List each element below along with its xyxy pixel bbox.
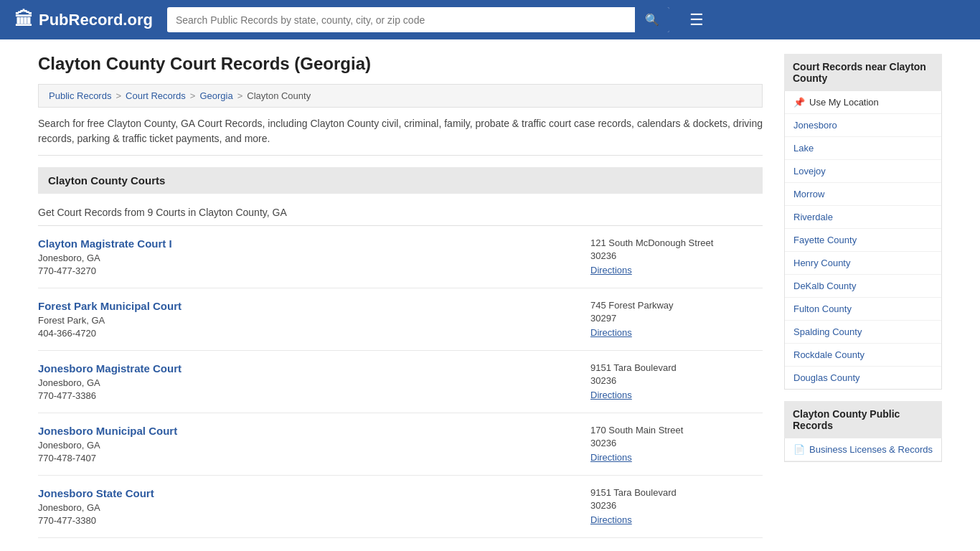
court-info: Jonesboro Magistrate Court Jonesboro, GA… — [38, 362, 576, 401]
search-icon: 🔍 — [645, 14, 659, 26]
court-street: 745 Forest Parkway — [590, 300, 763, 311]
hamburger-icon: ☰ — [689, 11, 704, 29]
search-button[interactable]: 🔍 — [635, 7, 669, 32]
court-street: 9151 Tara Boulevard — [590, 362, 763, 373]
content-area: Clayton County Court Records (Georgia) P… — [38, 54, 763, 538]
court-address: 9151 Tara Boulevard 30236 Directions — [590, 362, 763, 401]
nearby-location-item[interactable]: Rockdale County — [785, 344, 941, 367]
court-info: Forest Park Municipal Court Forest Park,… — [38, 300, 576, 339]
directions-link[interactable]: Directions — [590, 265, 632, 276]
court-info: Clayton Magistrate Court I Jonesboro, GA… — [38, 237, 576, 276]
directions-link[interactable]: Directions — [590, 514, 632, 525]
courts-list: Clayton Magistrate Court I Jonesboro, GA… — [38, 226, 763, 538]
court-name[interactable]: Jonesboro State Court — [38, 487, 576, 499]
breadcrumb-sep-3: > — [237, 90, 243, 101]
court-phone: 404-366-4720 — [38, 328, 576, 339]
court-phone: 770-477-3386 — [38, 390, 576, 401]
court-entry: Forest Park Municipal Court Forest Park,… — [38, 288, 763, 351]
logo-text: PubRecord.org — [39, 11, 153, 29]
court-address: 121 South McDonough Street 30236 Directi… — [590, 237, 763, 276]
pin-icon: 📌 — [793, 97, 805, 108]
nearby-location-item[interactable]: DeKalb County — [785, 275, 941, 298]
breadcrumb-sep-2: > — [190, 90, 196, 101]
menu-button[interactable]: ☰ — [684, 8, 710, 32]
building-icon: 🏛 — [14, 9, 33, 31]
court-zip: 30236 — [590, 438, 763, 448]
nearby-location-item[interactable]: Spalding County — [785, 321, 941, 344]
nearby-location-item[interactable]: Douglas County — [785, 367, 941, 389]
sidebar: Court Records near Clayton County 📌 Use … — [784, 54, 942, 538]
nearby-items-container: JonesboroLakeLovejoyMorrowRiverdaleFayet… — [785, 114, 941, 389]
court-address: 745 Forest Parkway 30297 Directions — [590, 300, 763, 339]
breadcrumb: Public Records > Court Records > Georgia… — [38, 84, 763, 108]
use-location-label: Use My Location — [809, 97, 879, 108]
court-entry: Jonesboro Municipal Court Jonesboro, GA … — [38, 413, 763, 476]
public-records-list: 📄 Business Licenses & Records — [784, 438, 942, 462]
court-street: 170 South Main Street — [590, 425, 763, 435]
court-phone: 770-477-3380 — [38, 515, 576, 526]
breadcrumb-clayton-county: Clayton County — [247, 90, 311, 101]
breadcrumb-court-records[interactable]: Court Records — [126, 90, 186, 101]
public-records-items-container: 📄 Business Licenses & Records — [785, 438, 941, 461]
nearby-location-item[interactable]: Jonesboro — [785, 114, 941, 137]
court-zip: 30297 — [590, 313, 763, 324]
nearby-location-item[interactable]: Lovejoy — [785, 160, 941, 183]
court-entry: Jonesboro State Court Jonesboro, GA 770-… — [38, 476, 763, 538]
nearby-location-item[interactable]: Fayette County — [785, 229, 941, 252]
courts-count: Get Court Records from 9 Courts in Clayt… — [38, 199, 763, 226]
page-title: Clayton County Court Records (Georgia) — [38, 54, 763, 74]
court-name[interactable]: Jonesboro Magistrate Court — [38, 362, 576, 375]
court-city: Jonesboro, GA — [38, 377, 576, 388]
public-records-section-title: Clayton County Public Records — [784, 401, 942, 438]
page-description: Search for free Clayton County, GA Court… — [38, 108, 763, 156]
directions-link[interactable]: Directions — [590, 327, 632, 338]
breadcrumb-public-records[interactable]: Public Records — [49, 90, 111, 101]
court-city: Jonesboro, GA — [38, 253, 576, 263]
site-header: 🏛 PubRecord.org 🔍 ☰ — [0, 0, 980, 39]
document-icon: 📄 — [793, 444, 805, 455]
court-address: 9151 Tara Boulevard 30236 Directions — [590, 487, 763, 526]
court-street: 121 South McDonough Street — [590, 237, 763, 248]
main-container: Clayton County Court Records (Georgia) P… — [24, 39, 956, 551]
search-input[interactable] — [167, 9, 635, 32]
court-name[interactable]: Jonesboro Municipal Court — [38, 425, 576, 437]
court-zip: 30236 — [590, 375, 763, 386]
nearby-location-item[interactable]: Lake — [785, 137, 941, 160]
court-info: Jonesboro State Court Jonesboro, GA 770-… — [38, 487, 576, 526]
court-phone: 770-478-7407 — [38, 453, 576, 463]
logo[interactable]: 🏛 PubRecord.org — [14, 9, 153, 31]
nearby-section-title: Court Records near Clayton County — [784, 54, 942, 91]
search-bar: 🔍 — [167, 7, 669, 32]
nearby-list: 📌 Use My Location JonesboroLakeLovejoyMo… — [784, 91, 942, 390]
nearby-location-item[interactable]: Fulton County — [785, 298, 941, 321]
court-entry: Clayton Magistrate Court I Jonesboro, GA… — [38, 226, 763, 288]
breadcrumb-georgia[interactable]: Georgia — [199, 90, 232, 101]
breadcrumb-sep-1: > — [116, 90, 121, 101]
court-city: Forest Park, GA — [38, 315, 576, 326]
court-city: Jonesboro, GA — [38, 502, 576, 513]
directions-link[interactable]: Directions — [590, 452, 632, 463]
court-zip: 30236 — [590, 500, 763, 511]
use-location-item[interactable]: 📌 Use My Location — [785, 91, 941, 114]
courts-section-header: Clayton County Courts — [38, 167, 763, 194]
court-city: Jonesboro, GA — [38, 440, 576, 451]
nearby-location-item[interactable]: Morrow — [785, 183, 941, 206]
court-street: 9151 Tara Boulevard — [590, 487, 763, 498]
court-address: 170 South Main Street 30236 Directions — [590, 425, 763, 463]
public-records-item[interactable]: 📄 Business Licenses & Records — [785, 438, 941, 461]
court-phone: 770-477-3270 — [38, 265, 576, 276]
court-info: Jonesboro Municipal Court Jonesboro, GA … — [38, 425, 576, 463]
court-zip: 30236 — [590, 250, 763, 261]
court-name[interactable]: Forest Park Municipal Court — [38, 300, 576, 312]
court-name[interactable]: Clayton Magistrate Court I — [38, 237, 576, 250]
directions-link[interactable]: Directions — [590, 390, 632, 400]
nearby-location-item[interactable]: Riverdale — [785, 206, 941, 229]
court-entry: Jonesboro Magistrate Court Jonesboro, GA… — [38, 351, 763, 413]
nearby-location-item[interactable]: Henry County — [785, 252, 941, 275]
